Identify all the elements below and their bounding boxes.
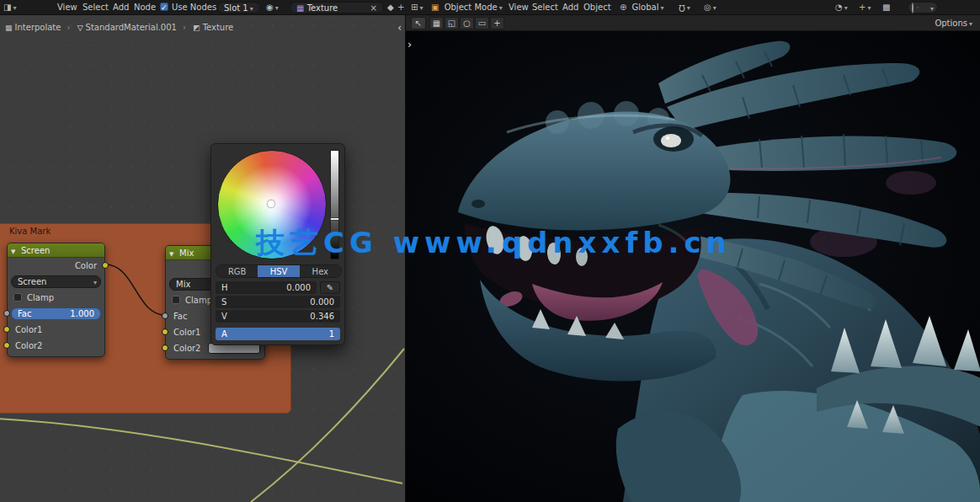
tool-cursor-icon	[493, 19, 500, 28]
link-screen-color-to-mix-fac	[105, 264, 165, 315]
node-screen[interactable]: Screen Color Screen Clamp Fac 1.0	[7, 243, 105, 357]
close-icon[interactable]	[370, 3, 377, 13]
menu-select[interactable]: Select	[79, 0, 112, 15]
gizmo-icon	[859, 0, 865, 15]
tool-select-box-button[interactable]	[445, 17, 459, 29]
hue-field[interactable]: H 0.000	[216, 281, 317, 294]
texture-small-icon	[296, 3, 304, 13]
fake-user-icon[interactable]	[387, 0, 394, 15]
node-editor-type-button[interactable]	[3, 0, 16, 15]
eyedropper-icon	[327, 283, 333, 292]
orientation-dropdown[interactable]: Global	[620, 0, 664, 15]
tab-hex[interactable]: Hex	[300, 265, 341, 277]
fac-slider[interactable]: Fac 1.000	[11, 307, 101, 320]
tab-hsv[interactable]: HSV	[258, 265, 299, 277]
watermark-text: 技艺CG www.qdnxxfb.cn	[256, 224, 732, 263]
browse-texture-button[interactable]	[266, 0, 279, 15]
clamp-checkbox[interactable]	[13, 293, 22, 302]
gizmo-toggle-button[interactable]	[859, 0, 871, 15]
menu-vp-view[interactable]: View	[505, 0, 532, 15]
value-field[interactable]: V 0.346	[216, 310, 340, 323]
xray-icon	[882, 0, 890, 15]
options-label: Options	[935, 19, 967, 28]
viewport-canvas[interactable]	[406, 31, 980, 502]
tool-tweak-icon	[433, 19, 440, 28]
socket-fac-input[interactable]	[3, 310, 10, 317]
grid-icon	[5, 22, 13, 34]
breadcrumb-item-material[interactable]: StandardMaterial.001	[77, 22, 177, 34]
socket-color1-input[interactable]	[162, 328, 168, 335]
menu-add[interactable]: Add	[109, 0, 132, 15]
color-wheel-cursor[interactable]	[268, 200, 274, 207]
region-expand-arrow[interactable]	[407, 38, 412, 51]
options-dropdown[interactable]: Options	[935, 15, 972, 31]
proportional-edit-button[interactable]	[704, 0, 716, 15]
fac-label: Fac	[173, 308, 187, 324]
blend-mode-dropdown[interactable]: Screen	[11, 275, 101, 288]
socket-color2-input[interactable]	[3, 342, 10, 349]
chevron-down-icon	[967, 15, 972, 32]
menu-vp-add[interactable]: Add	[559, 0, 582, 15]
dragon-render	[406, 31, 980, 502]
row-color2: Color2	[8, 338, 104, 354]
tool-tweak-button[interactable]	[429, 17, 444, 29]
chevron-down-icon	[248, 3, 253, 14]
snap-magnet-icon	[679, 0, 685, 15]
slot-dropdown[interactable]: Slot 1	[217, 2, 261, 13]
mode-dropdown[interactable]: Object Mode	[431, 0, 503, 15]
breadcrumb-label: Interpolate	[15, 23, 61, 32]
socket-fac-input[interactable]	[162, 312, 168, 319]
snap-toggle-button[interactable]	[679, 0, 690, 15]
mode-label: Object Mode	[445, 3, 498, 12]
saturation-field[interactable]: S 0.000	[216, 296, 340, 308]
menu-view[interactable]: View	[54, 0, 81, 15]
checkbox-checked-icon	[160, 3, 168, 11]
tool-select-box-icon	[448, 19, 455, 28]
chevron-down-icon	[843, 0, 848, 16]
use-nodes-checkbox[interactable]: Use Nodes	[160, 0, 216, 15]
tool-select-lasso-button[interactable]	[475, 17, 489, 29]
active-tool-icon	[415, 19, 422, 28]
value-value: 0.346	[310, 310, 334, 323]
breadcrumb-item-texture[interactable]: Texture	[193, 22, 233, 34]
menu-vp-object[interactable]: Object	[580, 0, 615, 15]
color1-label: Color1	[173, 324, 200, 340]
blend-mode-label: Mix	[176, 280, 190, 289]
xray-toggle-button[interactable]	[882, 0, 890, 15]
shading-solid-button[interactable]	[917, 7, 919, 8]
breadcrumb-item-object[interactable]: Interpolate	[5, 22, 61, 34]
use-nodes-label: Use Nodes	[172, 3, 216, 12]
menu-node[interactable]: Node	[130, 0, 159, 15]
viewport-editor-type-button[interactable]	[411, 0, 423, 15]
eyedropper-button[interactable]	[320, 281, 340, 294]
color2-label: Color2	[173, 340, 200, 356]
datablock-name-field[interactable]: Texture	[290, 2, 384, 13]
material-icon	[77, 22, 83, 34]
slot-label: Slot 1	[224, 3, 248, 13]
clamp-checkbox[interactable]	[172, 296, 180, 304]
chevron-down-icon	[11, 0, 16, 16]
active-tool-button[interactable]	[411, 17, 426, 29]
output-label: Color	[75, 258, 97, 274]
row-blend-mode: Screen	[8, 274, 104, 290]
socket-color-output[interactable]	[102, 262, 109, 269]
chevron-down-icon	[274, 0, 279, 16]
node-screen-header[interactable]: Screen	[8, 243, 104, 258]
row-color-output: Color	[8, 258, 104, 274]
value-slider-handle[interactable]	[330, 217, 339, 221]
tab-rgb[interactable]: RGB	[216, 265, 258, 277]
viewport-editor-icon	[411, 0, 418, 15]
socket-color2-input[interactable]	[162, 344, 168, 351]
tool-select-circle-button[interactable]	[460, 17, 474, 29]
color-mode-tabs: RGB HSV Hex	[216, 264, 342, 278]
new-datablock-icon[interactable]	[397, 0, 404, 15]
menu-vp-select[interactable]: Select	[529, 0, 562, 15]
clamp-label: Clamp	[185, 292, 212, 308]
shading-wireframe-button[interactable]	[912, 3, 913, 13]
socket-color1-input[interactable]	[3, 326, 10, 333]
alpha-slider[interactable]: A 1	[216, 328, 340, 340]
tool-cursor-button[interactable]	[490, 17, 504, 29]
checker-icon	[193, 22, 200, 34]
region-collapse-arrow[interactable]	[397, 22, 402, 34]
overlays-toggle-button[interactable]	[835, 0, 848, 15]
